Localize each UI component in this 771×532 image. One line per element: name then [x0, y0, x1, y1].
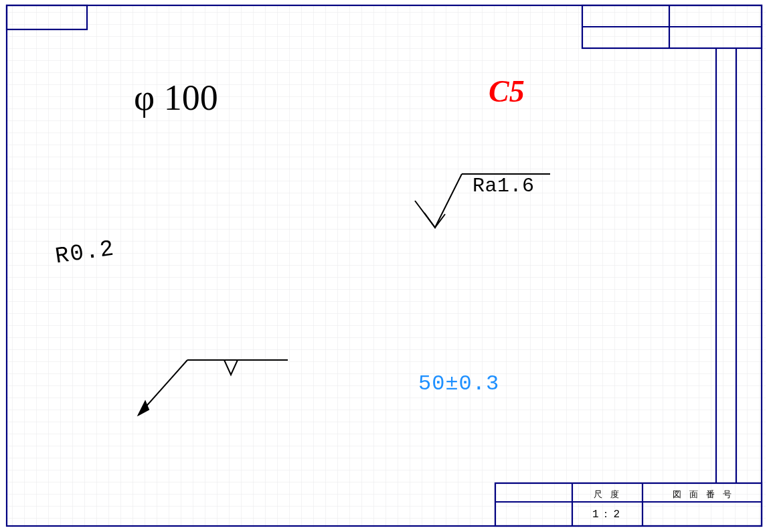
title-block-scale-label: 尺 度 — [580, 489, 634, 501]
chamfer-annotation: C5 — [489, 74, 525, 109]
surface-roughness-annotation: Ra1.6 — [473, 175, 535, 197]
tolerance-annotation: 50±0.3 — [418, 371, 499, 396]
title-block-scale-value: 1：2 — [580, 507, 634, 521]
diameter-annotation: φ 100 — [134, 77, 218, 118]
drawing-canvas: φ 100 C5 Ra1.6 R0.2 50±0.3 尺 度 図 面 番 号 1… — [0, 0, 771, 532]
title-block-drawing-number-label: 図 面 番 号 — [663, 489, 743, 501]
drawing-symbols — [0, 0, 771, 532]
svg-marker-15 — [139, 402, 149, 415]
